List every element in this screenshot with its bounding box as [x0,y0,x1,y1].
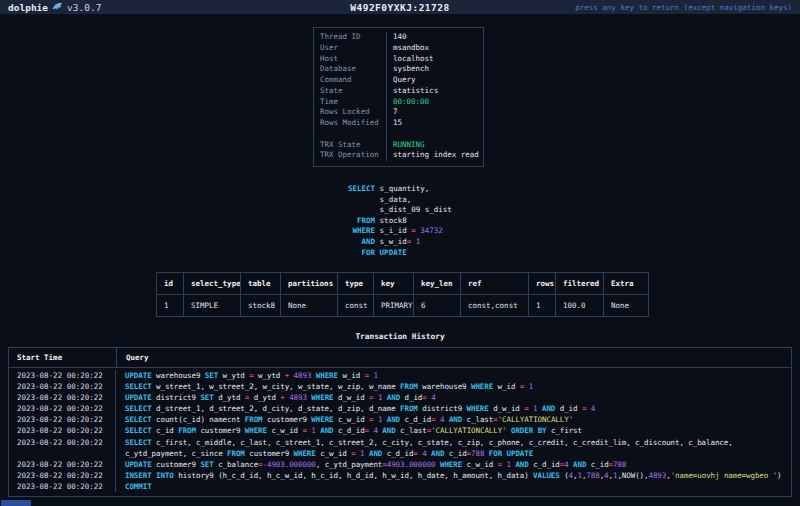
explain-cell: 1 [529,295,556,316]
transaction-row: 2023-08-22 00:20:22SELECT c_first, c_mid… [9,437,791,459]
transaction-query: SELECT d_street_1, d_street_2, d_city, d… [116,403,791,414]
field-value: statistics [386,86,483,97]
transaction-start-time: 2023-08-22 00:20:22 [9,470,116,481]
app-title: dolphie v3.0.7 [8,1,101,13]
field-label: User [314,43,386,54]
field-value [386,129,483,140]
explain-cell: SIMPLE [184,295,241,316]
explain-cell: const,const [461,295,529,316]
explain-column-header: rows [529,273,556,295]
transaction-start-time: 2023-08-22 00:20:22 [9,392,116,403]
thread-detail-row: CommandQuery [314,75,483,86]
field-value: RUNNING [386,140,483,151]
field-label: Command [314,75,386,86]
transaction-query: UPDATE district9 SET d_ytd = d_ytd + 489… [116,392,791,403]
scrollbar-indicator[interactable] [1,500,31,506]
thread-detail-row: TRX Operationstarting index read [314,150,483,161]
field-label: Host [314,54,386,65]
field-value: localhost [386,54,483,65]
field-label: Rows Modified [314,118,386,129]
transaction-query: SELECT w_street_1, w_street_2, w_city, w… [116,381,791,392]
explain-column-header: select_type [184,273,241,295]
field-value: 7 [386,107,483,118]
thread-detail-row: Statestatistics [314,86,483,97]
sql-line: AND s_w_id= 1 [348,237,452,248]
sql-line: s_dist_09 s_dist [348,205,452,216]
explain-column-header: id [157,273,184,295]
transaction-query: INSERT INTO history9 (h_c_d_id, h_c_w_id… [116,470,791,481]
keyboard-hint: press any key to return (except navigati… [575,3,792,12]
transaction-row: 2023-08-22 00:20:22SELECT count(c_id) na… [9,414,791,425]
field-value: msandbox [386,43,483,54]
column-header-start-time: Start Time [9,348,116,367]
transaction-start-time: 2023-08-22 00:20:22 [9,459,116,470]
sql-query-block: SELECT s_quantity, s_data, s_dist_09 s_d… [348,184,452,258]
explain-cell: PRIMARY [374,295,414,316]
field-label: TRX State [314,140,386,151]
thread-detail-row: Databasesysbench [314,64,483,75]
thread-detail-row: Thread ID140 [314,32,483,43]
field-label: TRX Operation [314,150,386,161]
transaction-row: 2023-08-22 00:20:22SELECT d_street_1, d_… [9,403,791,414]
sql-line: FOR UPDATE [348,248,452,259]
transaction-start-time: 2023-08-22 00:20:22 [9,414,116,425]
transaction-query: SELECT count(c_id) namecnt FROM customer… [116,414,791,425]
transaction-start-time: 2023-08-22 00:20:22 [9,370,116,381]
sql-line: WHERE s_i_id = 34732 [348,226,452,237]
transaction-query: COMMIT [116,481,791,492]
transaction-history-header: Start Time Query [9,348,791,368]
transaction-start-time: 2023-08-22 00:20:22 [9,481,116,492]
field-label: State [314,86,386,97]
field-label: Rows Locked [314,107,386,118]
thread-detail-row: Rows Locked7 [314,107,483,118]
explain-column-header: key_len [414,273,461,295]
explain-cell: 1 [157,295,184,316]
explain-column-header: ref [461,273,529,295]
transaction-row: 2023-08-22 00:20:22UPDATE customer9 SET … [9,459,791,470]
field-value: 00:00:00 [386,97,483,108]
column-header-query: Query [116,348,791,367]
transaction-start-time: 2023-08-22 00:20:22 [9,437,116,459]
field-label: Thread ID [314,32,386,43]
explain-column-header: Extra [604,273,648,295]
field-label: Time [314,97,386,108]
transaction-row: 2023-08-22 00:20:22UPDATE district9 SET … [9,392,791,403]
header-bar: dolphie v3.0.7 W492F0YXKJ:21728 press an… [0,0,800,14]
transaction-row: 2023-08-22 00:20:22COMMIT [9,481,791,492]
field-label: Database [314,64,386,75]
app-version: v3.0.7 [67,2,101,13]
dolphin-icon [52,1,63,13]
explain-cell: None [281,295,338,316]
transaction-query: UPDATE warehouse9 SET w_ytd = w_ytd + 48… [116,370,791,381]
transaction-history-table: Start Time Query 2023-08-22 00:20:22UPDA… [8,347,792,497]
thread-detail-row: Rows Modified15 [314,118,483,129]
thread-detail-row: Usermsandbox [314,43,483,54]
explain-table: idselect_typetablepartitionstypekeykey_l… [156,272,649,317]
field-value: Query [386,75,483,86]
sql-line: s_data, [348,195,452,206]
thread-detail-panel: Thread ID140UsermsandboxHostlocalhostDat… [313,27,484,167]
field-value: sysbench [386,64,483,75]
transaction-start-time: 2023-08-22 00:20:22 [9,425,116,436]
transaction-row: 2023-08-22 00:20:22INSERT INTO history9 … [9,470,791,481]
explain-column-header: key [374,273,414,295]
transaction-history-title: Transaction History [0,332,800,341]
explain-cell: 100.0 [556,295,604,316]
transaction-history-body: 2023-08-22 00:20:22UPDATE warehouse9 SET… [9,368,791,496]
field-value: 140 [386,32,483,43]
transaction-row: 2023-08-22 00:20:22UPDATE warehouse9 SET… [9,370,791,381]
thread-detail-row: TRX StateRUNNING [314,140,483,151]
thread-detail-row [314,129,483,140]
app-name: dolphie [8,2,48,13]
transaction-query: UPDATE customer9 SET c_balance=-4903.000… [116,459,791,470]
sql-line: SELECT s_quantity, [348,184,452,195]
thread-detail-row: Time00:00:00 [314,97,483,108]
field-value: 15 [386,118,483,129]
thread-detail-row: Hostlocalhost [314,54,483,65]
explain-column-header: filtered [556,273,604,295]
explain-column-header: table [241,273,281,295]
explain-cell: 6 [414,295,461,316]
explain-column-header: partitions [281,273,338,295]
transaction-query: SELECT c_first, c_middle, c_last, c_stre… [116,437,791,459]
transaction-start-time: 2023-08-22 00:20:22 [9,403,116,414]
